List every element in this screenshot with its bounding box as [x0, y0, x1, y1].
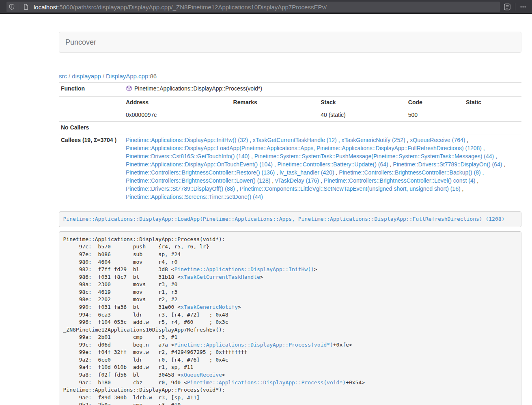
- metrics-value-row: 0x0000097c 40 (static) 500: [124, 109, 521, 121]
- assembly-symbol-link[interactable]: Pinetime::Applications::DisplayApp::Proc…: [187, 379, 346, 386]
- assembly-symbol-link[interactable]: xTaskGetCurrentTaskHandle: [181, 274, 260, 280]
- callee-separator: ,: [461, 185, 464, 192]
- browser-toolbar: localhost:5000/path/src/displayapp/Displ…: [0, 0, 532, 14]
- callee-link[interactable]: xQueueReceive (764): [410, 137, 465, 143]
- callee-separator: ,: [405, 137, 410, 143]
- callee-separator: ,: [388, 161, 393, 168]
- callee-link[interactable]: Pinetime::Controllers::Battery::Update()…: [278, 161, 388, 168]
- callers-row: No Callers: [59, 121, 521, 134]
- callee-link[interactable]: Pinetime::Applications::DisplayApp::OnTo…: [126, 161, 273, 168]
- navbar: Puncover: [59, 32, 521, 53]
- callee-link[interactable]: Pinetime::Applications::DisplayApp::Init…: [126, 137, 248, 143]
- value-remarks: [231, 109, 319, 121]
- metrics-header-row: Address Remarks Stack Code Static: [124, 97, 521, 109]
- callee-separator: ,: [275, 169, 280, 176]
- breadcrumb-displayapp-link[interactable]: displayapp: [72, 73, 101, 80]
- value-stack: 40 (static): [319, 109, 406, 121]
- value-static: [464, 109, 521, 121]
- callee-separator: ,: [494, 153, 497, 159]
- url-bar[interactable]: localhost:5000/path/src/displayapp/Displ…: [6, 2, 500, 12]
- shield-icon[interactable]: [6, 2, 17, 12]
- meatball-menu-icon[interactable]: [517, 2, 529, 12]
- callee-separator: ,: [475, 177, 478, 184]
- callees-row: Callees (19, Σ=3704 ) Pinetime::Applicat…: [59, 134, 521, 203]
- col-remarks: Remarks: [231, 97, 319, 109]
- breadcrumb-file-link[interactable]: DisplayApp.cpp: [106, 73, 148, 80]
- toolbar-actions: [502, 0, 529, 13]
- assembly-symbol-link[interactable]: Pinetime::Applications::DisplayApp::Init…: [174, 266, 314, 272]
- callee-link[interactable]: Pinetime::Controllers::BrightnessControl…: [126, 177, 270, 184]
- page-icon[interactable]: [21, 2, 31, 12]
- callee-separator: ,: [502, 161, 506, 168]
- callee-separator: ,: [235, 185, 240, 192]
- callee-separator: ,: [319, 177, 324, 184]
- callee-link[interactable]: xTaskGenericNotify (252): [341, 137, 405, 143]
- callee-link[interactable]: Pinetime::Controllers::BrightnessControl…: [126, 169, 275, 176]
- reader-mode-icon[interactable]: [502, 2, 513, 12]
- metrics-cell: Address Remarks Stack Code Static 0x0000…: [124, 96, 521, 121]
- assembly-pre: Pinetime::Applications::DisplayApp::Proc…: [59, 231, 521, 405]
- function-name: Pinetime::Applications::DisplayApp::Proc…: [134, 85, 262, 92]
- callee-link[interactable]: xTaskGetCurrentTaskHandle (12): [253, 137, 337, 143]
- col-static: Static: [464, 97, 521, 109]
- callees-cell: Pinetime::Applications::DisplayApp::Init…: [124, 134, 521, 203]
- callee-link[interactable]: Pinetime::Drivers::Cst816S::GetTouchInfo…: [126, 153, 250, 159]
- value-address: 0x0000097c: [124, 109, 231, 121]
- function-name-cell: Pinetime::Applications::DisplayApp::Proc…: [124, 83, 521, 97]
- callee-link[interactable]: Pinetime::Controllers::BrightnessControl…: [324, 177, 475, 184]
- page-container: Puncover src/displayapp/DisplayApp.cpp:8…: [53, 14, 528, 405]
- function-label: Function: [59, 83, 124, 97]
- callees-label: Callees (19, Σ=3704 ): [59, 134, 124, 203]
- callee-separator: ,: [337, 137, 342, 143]
- function-info-table: Function Pinetime::Applications::Display…: [59, 82, 521, 203]
- callee-link[interactable]: Pinetime::Drivers::St7789::DisplayOff() …: [126, 185, 235, 192]
- url-host: localhost: [34, 4, 58, 11]
- callee-separator: ,: [334, 169, 339, 176]
- loadapp-link[interactable]: Pinetime::Applications::DisplayApp::Load…: [63, 216, 505, 222]
- breadcrumb-separator: /: [103, 73, 104, 80]
- callee-link[interactable]: lv_task_handler (420): [280, 169, 334, 176]
- function-row: Function Pinetime::Applications::Display…: [59, 83, 521, 97]
- col-stack: Stack: [319, 97, 406, 109]
- value-code: 500: [406, 109, 464, 121]
- callee-separator: ,: [482, 145, 485, 151]
- callee-separator: ,: [481, 169, 484, 176]
- divider-rule: [59, 64, 521, 64]
- callee-separator: ,: [248, 137, 253, 143]
- assembly-symbol-link[interactable]: xTaskGenericNotify: [181, 304, 238, 310]
- package-cube-icon: [126, 85, 132, 94]
- callers-cell: [124, 121, 521, 134]
- url-text: localhost:5000/path/src/displayapp/Displ…: [34, 4, 327, 11]
- loadapp-pre: Pinetime::Applications::DisplayApp::Load…: [59, 211, 521, 228]
- callee-link[interactable]: vTaskDelay (176): [275, 177, 319, 184]
- callee-link[interactable]: Pinetime::Controllers::BrightnessControl…: [339, 169, 480, 176]
- callee-link[interactable]: Pinetime::System::SystemTask::PushMessag…: [254, 153, 494, 159]
- metrics-table: Address Remarks Stack Code Static 0x0000…: [124, 97, 521, 121]
- assembly-symbol-link[interactable]: Pinetime::Applications::DisplayApp::Proc…: [174, 342, 333, 348]
- callee-link[interactable]: Pinetime::Components::LittleVgl::SetNewT…: [240, 185, 461, 192]
- metrics-label-empty: [59, 96, 124, 121]
- callee-separator: ,: [250, 153, 254, 159]
- line-number: :86: [148, 73, 157, 80]
- breadcrumb: src/displayapp/DisplayApp.cpp:86: [59, 73, 521, 80]
- url-path: :5000/path/src/displayapp/DisplayApp.cpp…: [58, 4, 327, 11]
- assembly-symbol-link[interactable]: xQueueReceive: [181, 372, 222, 378]
- callee-separator: ,: [465, 137, 468, 143]
- callee-link[interactable]: Pinetime::Applications::Screens::Timer::…: [126, 194, 263, 200]
- callee-separator: ,: [270, 177, 275, 184]
- metrics-row: Address Remarks Stack Code Static 0x0000…: [59, 96, 521, 121]
- col-code: Code: [406, 97, 464, 109]
- toolbar-divider: [515, 3, 515, 11]
- callee-link[interactable]: Pinetime::Drivers::St7789::DisplayOn() (…: [393, 161, 502, 168]
- callee-link[interactable]: Pinetime::Applications::DisplayApp::Load…: [126, 145, 482, 151]
- brand-link[interactable]: Puncover: [59, 32, 102, 52]
- no-callers-label: No Callers: [59, 121, 124, 134]
- breadcrumb-src-link[interactable]: src: [59, 73, 67, 80]
- callee-separator: ,: [273, 161, 278, 168]
- breadcrumb-separator: /: [69, 73, 70, 80]
- urlbar-divider: [19, 4, 19, 11]
- col-address: Address: [124, 97, 231, 109]
